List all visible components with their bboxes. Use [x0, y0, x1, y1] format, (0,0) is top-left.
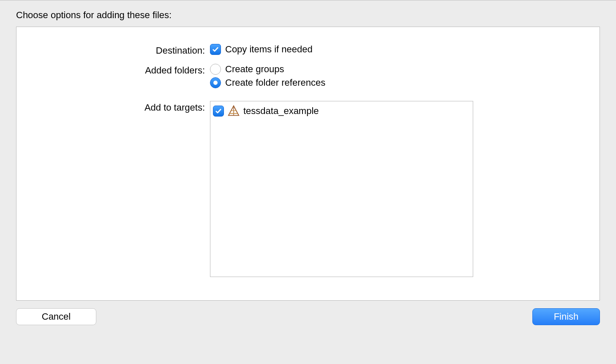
- dialog-body: Choose options for adding these files: D…: [0, 0, 616, 301]
- checkmark-icon: [212, 46, 219, 53]
- target-item[interactable]: tessdata_example: [213, 105, 470, 117]
- added-folders-label: Added folders:: [37, 64, 210, 76]
- cancel-button[interactable]: Cancel: [16, 308, 96, 325]
- finish-button[interactable]: Finish: [532, 308, 600, 325]
- create-folder-references-radio[interactable]: [210, 77, 221, 88]
- create-groups-label: Create groups: [225, 64, 284, 75]
- target-name: tessdata_example: [243, 106, 319, 117]
- destination-label: Destination:: [37, 44, 210, 56]
- app-target-icon: [227, 105, 240, 117]
- button-bar: Cancel Finish: [0, 301, 616, 325]
- options-panel: Destination: Copy items if needed Added …: [16, 27, 600, 301]
- target-checkbox[interactable]: [213, 106, 224, 117]
- targets-list[interactable]: tessdata_example: [210, 101, 473, 277]
- add-to-targets-row: Add to targets: tessdata_example: [37, 101, 579, 277]
- create-groups-radio[interactable]: [210, 64, 221, 75]
- copy-items-checkbox[interactable]: [210, 44, 221, 55]
- add-to-targets-label: Add to targets:: [37, 101, 210, 113]
- destination-row: Destination: Copy items if needed: [37, 44, 579, 56]
- create-folder-references-label: Create folder references: [225, 77, 325, 88]
- added-folders-row: Added folders: Create groups Create fold…: [37, 64, 579, 88]
- dialog-heading: Choose options for adding these files:: [16, 10, 600, 21]
- checkmark-icon: [215, 108, 222, 114]
- copy-items-label: Copy items if needed: [225, 44, 313, 55]
